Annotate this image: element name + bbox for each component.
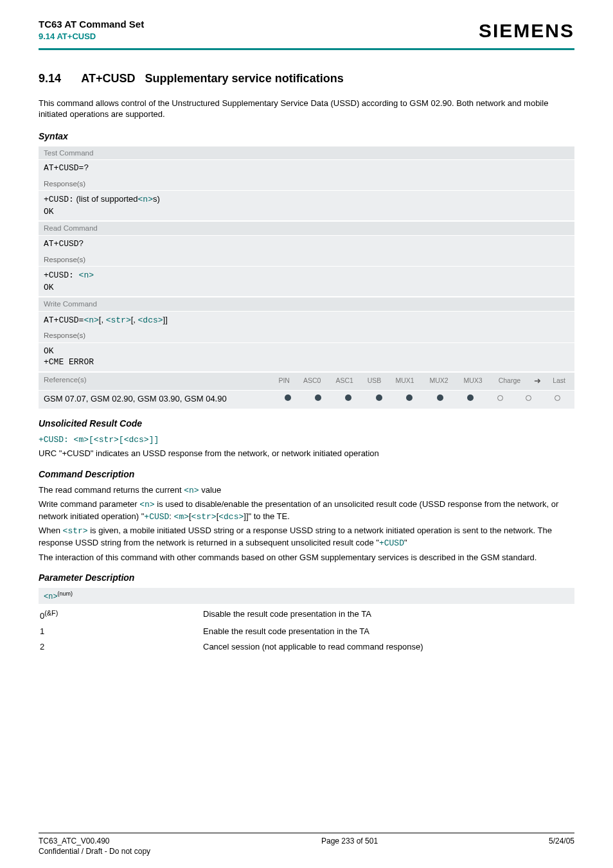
param-m-link[interactable]: <m> xyxy=(174,512,189,522)
write-command-label: Write Command xyxy=(39,296,574,312)
dot-solid-icon xyxy=(285,394,291,401)
capability-value-table xyxy=(272,392,572,404)
write-response-label: Response(s) xyxy=(39,329,574,343)
write-response: OK +CME ERROR xyxy=(39,343,574,371)
header-section-ref: 9.14 AT+CUSD xyxy=(39,31,144,42)
cap-col-mux3: MUX3 xyxy=(456,374,490,388)
dot-solid-icon xyxy=(315,394,321,401)
cusd-link[interactable]: +CUSD xyxy=(144,512,169,522)
dot-solid-icon xyxy=(345,394,351,401)
page-footer: TC63_ATC_V00.490 Confidential / Draft - … xyxy=(39,833,574,856)
param-n-table: 0(&F)Disable the result code presentatio… xyxy=(39,607,574,654)
param-value: 2 xyxy=(39,639,203,655)
param-n-link[interactable]: <n> xyxy=(139,500,154,509)
footer-left: TC63_ATC_V00.490 Confidential / Draft - … xyxy=(39,836,150,856)
param-value: 1 xyxy=(39,624,203,639)
cap-val xyxy=(272,392,303,404)
footer-date: 5/24/05 xyxy=(549,836,574,856)
dot-open-icon xyxy=(526,395,531,401)
footer-confidential: Confidential / Draft - Do not copy xyxy=(39,847,150,856)
param-row: 0(&F)Disable the result code presentatio… xyxy=(39,607,574,624)
cap-col-asc0: ASC0 xyxy=(296,374,328,388)
dot-solid-icon xyxy=(376,394,382,401)
param-str-link[interactable]: <str> xyxy=(191,512,217,522)
param-n-link[interactable]: <n> xyxy=(79,270,94,280)
reference-text: GSM 07.07, GSM 02.90, GSM 03.90, GSM 04.… xyxy=(39,391,270,409)
cmd-desc-p1: The read command returns the current <n>… xyxy=(39,484,574,497)
cap-val xyxy=(395,392,425,404)
write-command: AT+CUSD=<n>[, <str>[, <dcs>]] xyxy=(39,312,574,330)
dot-solid-icon xyxy=(406,394,413,401)
test-command-label: Test Command xyxy=(39,146,574,161)
param-desc: Cancel session (not applicable to read c… xyxy=(203,639,574,655)
cmd-desc-heading: Command Description xyxy=(39,468,574,481)
param-n-type: (num) xyxy=(58,590,73,597)
cmd-desc-p4: The interaction of this command with oth… xyxy=(39,552,574,563)
doc-title: TC63 AT Command Set xyxy=(39,18,144,31)
urc-code: +CUSD: <m>[<str>[<dcs>]] xyxy=(39,434,574,446)
cap-col-last: Last xyxy=(546,374,572,388)
reference-row-head: Reference(s) PINASC0ASC1USBMUX1MUX2MUX3C… xyxy=(39,371,574,391)
cmd-desc-p3: When <str> is given, a mobile initiated … xyxy=(39,525,574,549)
param-str-link[interactable]: <str> xyxy=(106,315,131,325)
dot-open-icon xyxy=(497,395,503,401)
param-value: 0(&F) xyxy=(39,607,203,624)
syntax-heading: Syntax xyxy=(39,130,574,143)
param-row: 1Enable the result code presentation in … xyxy=(39,624,574,639)
param-n-link[interactable]: <n> xyxy=(138,195,153,204)
cap-col-usb: USB xyxy=(360,374,387,388)
capability-header-table: PINASC0ASC1USBMUX1MUX2MUX3Charge➜Last xyxy=(272,374,572,388)
param-n-head: <n>(num) xyxy=(39,588,574,604)
param-n-link[interactable]: <n> xyxy=(184,486,199,495)
param-str-link[interactable]: <str> xyxy=(94,435,119,445)
read-command: AT+CUSD? xyxy=(39,236,574,253)
cap-col-charge: Charge xyxy=(490,374,529,388)
dot-solid-icon xyxy=(437,394,443,401)
param-dcs-link[interactable]: <dcs> xyxy=(218,512,244,522)
cap-val xyxy=(303,392,333,404)
param-m-link[interactable]: <m> xyxy=(74,435,89,445)
cap-val xyxy=(364,392,394,404)
param-dcs-link[interactable]: <dcs> xyxy=(124,435,149,445)
cap-col-pin: PIN xyxy=(272,374,296,388)
cusd-link[interactable]: +CUSD xyxy=(379,538,404,548)
test-response: +CUSD: (list of supported<n>s) OK xyxy=(39,191,574,220)
param-str-link[interactable]: <str> xyxy=(63,526,88,536)
section-intro: This command allows control of the Unstr… xyxy=(39,98,574,120)
read-response-label: Response(s) xyxy=(39,253,574,267)
cap-val xyxy=(486,392,515,404)
cmd-desc-p2: Write command parameter <n> is used to d… xyxy=(39,499,574,522)
section-heading: 9.14 AT+CUSD Supplementary service notif… xyxy=(39,71,574,86)
param-row: 2Cancel session (not applicable to read … xyxy=(39,639,574,655)
ok-text: OK xyxy=(44,207,54,217)
cme-error-text: +CME ERROR xyxy=(44,357,94,367)
read-command-label: Read Command xyxy=(39,220,574,236)
cap-val xyxy=(333,392,364,404)
siemens-logo: SIEMENS xyxy=(479,18,574,44)
cap-col-mux1: MUX1 xyxy=(388,374,422,388)
cap-val xyxy=(425,392,455,404)
cap-val xyxy=(543,392,572,404)
urc-desc: URC "+CUSD" indicates an USSD response f… xyxy=(39,448,574,459)
references-label: Reference(s) xyxy=(39,373,270,389)
reference-row-body: GSM 07.07, GSM 02.90, GSM 03.90, GSM 04.… xyxy=(39,391,574,409)
section-number: 9.14 xyxy=(39,71,78,86)
section-title: Supplementary service notifications xyxy=(145,72,344,85)
syntax-box: Test Command AT+CUSD=? Response(s) +CUSD… xyxy=(39,146,574,409)
param-n-link[interactable]: <n> xyxy=(84,315,98,325)
resp-prefix: +CUSD: xyxy=(44,270,79,280)
header-rule xyxy=(39,48,574,50)
ok-text: OK xyxy=(44,283,54,292)
test-response-label: Response(s) xyxy=(39,177,574,191)
param-n-name: <n> xyxy=(44,592,58,601)
ok-text: OK xyxy=(44,346,54,356)
cap-col-asc1: ASC1 xyxy=(328,374,361,388)
cap-col-➜: ➜ xyxy=(529,374,546,388)
urc-heading: Unsolicited Result Code xyxy=(39,418,574,430)
param-desc: Enable the result code presentation in t… xyxy=(203,624,574,639)
param-n-box: <n>(num) xyxy=(39,588,574,604)
param-desc-heading: Parameter Description xyxy=(39,572,574,584)
param-dcs-link[interactable]: <dcs> xyxy=(138,315,163,325)
footer-version: TC63_ATC_V00.490 xyxy=(39,837,110,846)
cap-col-mux2: MUX2 xyxy=(422,374,456,388)
